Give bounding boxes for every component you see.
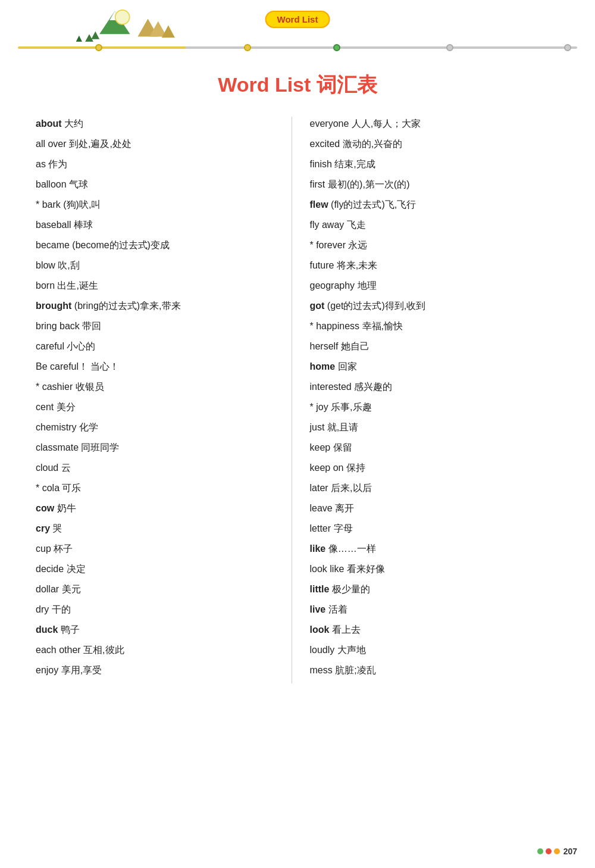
word-entry: careful 小心的 [36,339,286,354]
word-english: cloud [36,463,58,473]
word-english: got [310,301,325,311]
word-english: about [36,118,62,129]
page-header: Word List [0,0,595,65]
word-entry: home 回家 [310,360,560,374]
word-entry: just 就,且请 [310,420,560,435]
word-english: geography [310,280,355,291]
word-english: finish [310,159,332,169]
word-english: first [310,179,325,189]
word-english: became [36,240,70,250]
word-chinese: 同班同学 [79,442,119,452]
word-english: later [310,483,328,493]
word-chinese: 将来,未来 [334,260,377,270]
word-entry: became (become的过去式)变成 [36,238,286,252]
word-entry: later 后来,以后 [310,481,560,495]
word-english: fly away [310,220,345,230]
word-english: cup [36,544,51,554]
word-chinese: 后来,以后 [328,483,372,493]
word-chinese: 乐事,乐趣 [328,402,372,412]
word-chinese: 最初(的),第一次(的) [325,179,409,189]
dot-red [546,848,552,854]
word-chinese: (become的过去式)变成 [70,240,170,250]
word-chinese: 回家 [335,361,356,371]
word-chinese: 化学 [76,422,98,432]
word-english: future [310,260,334,270]
word-english: leave [310,503,333,513]
word-english: blow [36,260,55,270]
word-entry: finish 结束,完成 [310,157,560,171]
word-entry: cup 杯子 [36,542,286,556]
word-chinese: 气球 [67,179,88,189]
word-entry: mess 肮脏;凌乱 [310,663,560,677]
word-chinese: 当心！ [88,361,119,371]
word-english: cry [36,523,50,533]
word-english: balloon [36,179,67,189]
word-english: * forever [310,240,346,250]
progress-dot-3 [333,44,340,51]
word-entry: * forever 永远 [310,238,560,252]
word-chinese: (狗)吠,叫 [61,199,101,210]
word-english: cow [36,503,54,513]
word-entry: got (get的过去式)得到,收到 [310,299,560,313]
word-chinese: 互相,彼此 [81,645,124,655]
word-entry: herself 她自己 [310,339,560,354]
word-entry: cent 美分 [36,400,286,414]
word-entry: * joy 乐事,乐趣 [310,400,560,414]
word-chinese: (get的过去式)得到,收到 [324,301,425,311]
word-chinese: 飞走 [344,220,365,230]
word-chinese: (bring的过去式)拿来,带来 [71,301,180,311]
word-entry: baseball 棒球 [36,218,286,232]
word-entry: flew (fly的过去式)飞,飞行 [310,198,560,212]
word-entry: keep 保留 [310,441,560,455]
word-entry: chemistry 化学 [36,420,286,435]
word-english: just [310,422,325,432]
word-english: little [310,584,330,594]
word-english: all over [36,139,67,149]
word-english: keep on [310,463,344,473]
word-entry: fly away 飞走 [310,218,560,232]
word-chinese: 决定 [64,564,85,574]
word-entry: leave 离开 [310,501,560,516]
word-chinese: 到处,遍及,处处 [67,139,131,149]
word-english: bring back [36,321,80,331]
word-chinese: 带回 [80,321,101,331]
word-english: home [310,361,336,371]
word-english: chemistry [36,422,76,432]
word-chinese: 杯子 [51,544,73,554]
word-entry: classmate 同班同学 [36,441,286,455]
word-chinese: 感兴趣的 [352,382,392,392]
word-english: careful [36,341,64,351]
word-chinese: 地理 [355,280,376,291]
word-entry: about 大约 [36,117,286,131]
word-entry: letter 字母 [310,522,560,536]
word-chinese: 大约 [62,118,83,129]
right-column: everyone 人人,每人；大家excited 激动的,兴奋的finish 结… [292,117,566,683]
word-chinese: 结束,完成 [332,159,375,169]
word-chinese: 云 [58,463,70,473]
word-list-content: about 大约all over 到处,遍及,处处as 作为balloon 气球… [0,117,595,719]
word-chinese: 肮脏;凌乱 [333,665,376,675]
dot-green [537,848,543,854]
word-english: * joy [310,402,328,412]
word-chinese: 大声地 [334,645,365,655]
word-chinese: 出生,诞生 [55,280,98,291]
word-english: excited [310,139,340,149]
word-english: decide [36,564,64,574]
page-footer: 207 [537,847,577,856]
word-entry: future 将来,未来 [310,258,560,273]
word-chinese: 看来好像 [344,564,384,574]
word-english: herself [310,341,339,351]
svg-point-2 [115,10,130,24]
word-english: dollar [36,584,59,594]
word-chinese: 享用,享受 [58,665,102,675]
word-chinese: 鸭子 [58,625,79,635]
word-entry: duck 鸭子 [36,623,286,637]
word-english: dry [36,604,49,614]
word-entry: decide 决定 [36,562,286,576]
word-entry: born 出生,诞生 [36,279,286,293]
word-chinese: 奶牛 [54,503,76,513]
word-english: cent [36,402,54,412]
svg-marker-4 [91,32,99,39]
word-entry: * happiness 幸福,愉快 [310,319,560,333]
word-english: as [36,159,46,169]
